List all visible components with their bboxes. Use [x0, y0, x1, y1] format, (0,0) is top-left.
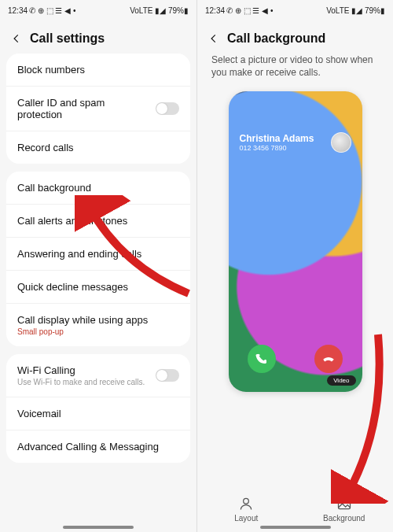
tab-background-label: Background — [323, 514, 365, 523]
label-wifi-calling-sub: Use Wi-Fi to make and receive calls. — [17, 378, 145, 386]
row-advanced-calling[interactable]: Advanced Calling & Messaging — [6, 430, 190, 463]
label-voicemail: Voicemail — [17, 408, 61, 419]
home-indicator[interactable] — [63, 526, 134, 529]
toggle-caller-id[interactable] — [156, 102, 179, 115]
row-record-calls[interactable]: Record calls — [6, 131, 190, 164]
status-bar: 12:34 ✆ ⊕ ⬚ ☰ ◀ • VoLTE ▮◢ 79%▮ — [197, 0, 393, 20]
back-icon[interactable] — [208, 33, 219, 44]
label-caller-id: Caller ID and spam protection — [17, 97, 135, 120]
avatar — [331, 132, 351, 153]
svg-rect-1 — [338, 498, 350, 508]
accept-call-button[interactable] — [248, 345, 276, 373]
caller-number: 012 3456 7890 — [240, 144, 314, 152]
video-badge: Video — [327, 375, 355, 386]
page-title: Call settings — [30, 31, 105, 46]
caller-name: Christina Adams — [240, 133, 314, 144]
person-icon — [238, 496, 254, 512]
page-subtitle: Select a picture or video to show when y… — [197, 54, 393, 88]
status-right-icons: VoLTE ▮◢ 79%▮ — [130, 6, 189, 15]
label-answering: Answering and ending calls — [17, 248, 141, 260]
label-call-alerts: Call alerts and ringtones — [17, 215, 127, 227]
tab-background[interactable]: Background — [296, 496, 394, 523]
row-call-background[interactable]: Call background — [6, 172, 190, 205]
row-quick-decline[interactable]: Quick decline messages — [6, 271, 190, 304]
row-block-numbers[interactable]: Block numbers — [6, 54, 190, 87]
row-wifi-calling[interactable]: Wi-Fi Calling Use Wi-Fi to make and rece… — [6, 354, 190, 397]
row-caller-id[interactable]: Caller ID and spam protection — [6, 87, 190, 131]
tab-layout-label: Layout — [234, 514, 258, 523]
label-quick-decline: Quick decline messages — [17, 281, 128, 293]
screen-call-background: 12:34 ✆ ⊕ ⬚ ☰ ◀ • VoLTE ▮◢ 79%▮ Call bac… — [196, 0, 393, 532]
titlebar: Call settings — [0, 20, 196, 54]
label-block-numbers: Block numbers — [17, 64, 85, 76]
row-answering[interactable]: Answering and ending calls — [6, 238, 190, 271]
call-buttons — [229, 345, 362, 373]
status-bar: 12:34 ✆ ⊕ ⬚ ☰ ◀ • VoLTE ▮◢ 79%▮ — [0, 0, 196, 20]
settings-group-1: Block numbers Caller ID and spam protect… — [6, 54, 190, 164]
svg-point-0 — [244, 498, 249, 504]
reject-call-button[interactable] — [314, 345, 343, 373]
status-left-icons: ✆ ⊕ ⬚ ☰ ◀ • — [226, 6, 273, 15]
status-time: 12:34 — [8, 6, 28, 15]
tab-layout[interactable]: Layout — [197, 496, 296, 523]
image-icon — [336, 496, 352, 512]
status-time: 12:34 — [205, 6, 225, 15]
back-icon[interactable] — [11, 33, 22, 44]
bottom-tabs: Layout Background — [197, 496, 393, 523]
row-voicemail[interactable]: Voicemail — [6, 397, 190, 430]
home-indicator[interactable] — [260, 526, 331, 529]
label-wifi-calling: Wi-Fi Calling Use Wi-Fi to make and rece… — [17, 364, 145, 386]
label-call-background: Call background — [17, 182, 91, 194]
toggle-wifi-calling[interactable] — [156, 369, 179, 382]
label-call-display: Call display while using apps Small pop-… — [17, 314, 148, 336]
row-call-display[interactable]: Call display while using apps Small pop-… — [6, 304, 190, 346]
label-record-calls: Record calls — [17, 142, 74, 153]
status-right-icons: VoLTE ▮◢ 79%▮ — [326, 6, 385, 15]
call-background-preview[interactable]: Christina Adams 012 3456 7890 Video — [229, 91, 362, 392]
settings-group-3: Wi-Fi Calling Use Wi-Fi to make and rece… — [6, 354, 190, 463]
phone-icon — [255, 352, 269, 366]
label-advanced-calling: Advanced Calling & Messaging — [17, 441, 159, 453]
caller-info: Christina Adams 012 3456 7890 — [240, 132, 351, 153]
status-left-icons: ✆ ⊕ ⬚ ☰ ◀ • — [29, 6, 75, 15]
titlebar: Call background — [197, 20, 393, 54]
settings-group-2: Call background Call alerts and ringtone… — [6, 172, 190, 346]
row-call-alerts[interactable]: Call alerts and ringtones — [6, 205, 190, 238]
page-title: Call background — [227, 31, 325, 46]
phone-down-icon — [321, 352, 336, 366]
label-call-display-sub: Small pop-up — [17, 327, 148, 336]
screen-call-settings: 12:34 ✆ ⊕ ⬚ ☰ ◀ • VoLTE ▮◢ 79%▮ Call set… — [0, 0, 196, 532]
